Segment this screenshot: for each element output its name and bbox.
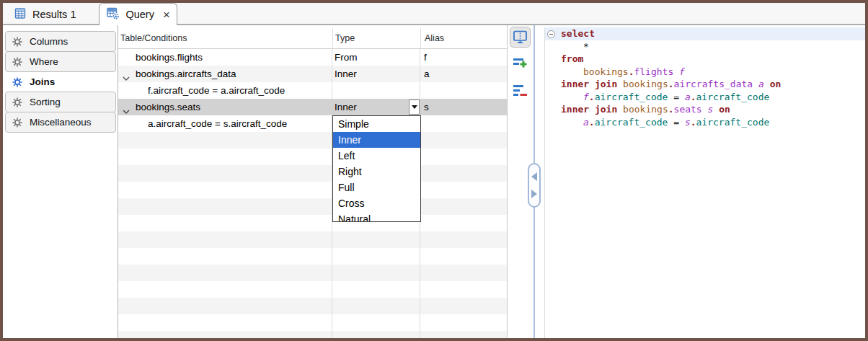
row-alias: s bbox=[424, 102, 429, 112]
sql-code-line: a.aircraft_code = s.aircraft_code bbox=[545, 116, 865, 129]
tab-results-1[interactable]: Results 1 bbox=[7, 3, 92, 25]
sql-token: aircraft_code bbox=[696, 117, 770, 128]
dropdown-arrow-icon bbox=[412, 105, 417, 109]
sql-code-line: * bbox=[545, 40, 865, 53]
sidebar-item-joins[interactable]: Joins bbox=[5, 71, 116, 92]
collapse-right-icon[interactable] bbox=[531, 190, 537, 198]
chevron-down-icon[interactable] bbox=[123, 72, 130, 83]
sql-token: . bbox=[589, 117, 595, 128]
sidebar-item-where[interactable]: Where bbox=[5, 51, 116, 72]
sql-code[interactable]: select*frombookings.flights finner join … bbox=[544, 27, 865, 338]
tab-label: Query bbox=[125, 9, 154, 20]
join-type-dropdown-list: Simple Inner Left Right Full Cross Natur… bbox=[332, 115, 421, 222]
sql-token: bookings bbox=[583, 66, 629, 77]
add-join-button[interactable] bbox=[510, 53, 531, 74]
sql-code-line: inner join bookings.seats s on bbox=[545, 103, 865, 116]
row-alias: f bbox=[424, 52, 427, 63]
table-row-condition[interactable]: f.aircraft_code = a.aircraft_code bbox=[118, 82, 507, 99]
sql-token bbox=[673, 66, 679, 77]
gear-icon bbox=[12, 36, 23, 48]
collapse-left-icon[interactable] bbox=[531, 172, 537, 181]
combo-dropdown-button[interactable] bbox=[409, 99, 420, 115]
sql-token: f bbox=[679, 66, 685, 77]
sql-token: select bbox=[561, 28, 595, 39]
sidebar-item-label: Miscellaneous bbox=[30, 117, 92, 128]
sql-token: . bbox=[691, 117, 696, 128]
sash-collapse-control[interactable] bbox=[528, 163, 541, 208]
panel-divider[interactable] bbox=[532, 25, 536, 338]
chevron-down-icon[interactable] bbox=[123, 105, 130, 116]
sql-token: . bbox=[668, 104, 674, 115]
sql-token: aircrafts_data bbox=[674, 79, 753, 89]
dropdown-option-right[interactable]: Right bbox=[333, 164, 420, 180]
dropdown-option-cross[interactable]: Cross bbox=[333, 195, 420, 211]
tab-query[interactable]: Query × bbox=[99, 3, 177, 25]
join-table-header: Table/Conditions Type Alias bbox=[118, 25, 507, 49]
sidebar: Columns Where Joins Sorting Miscellaneou… bbox=[3, 25, 118, 338]
sql-token: seats bbox=[674, 104, 702, 115]
table-row-selected[interactable]: bookings.seats Inner s bbox=[118, 99, 507, 115]
sql-token: bookings bbox=[623, 79, 668, 89]
dropdown-option-simple[interactable]: Simple bbox=[333, 116, 420, 132]
join-type-combo[interactable]: Inner bbox=[332, 99, 420, 115]
dropdown-option-left[interactable]: Left bbox=[333, 148, 420, 164]
dropdown-option-full[interactable]: Full bbox=[333, 180, 420, 195]
dropdown-option-inner[interactable]: Inner bbox=[333, 132, 420, 148]
close-icon[interactable]: × bbox=[163, 9, 170, 21]
sql-token: * bbox=[583, 41, 589, 52]
fold-collapse-icon[interactable] bbox=[547, 30, 555, 38]
table-row[interactable]: bookings.aircrafts_data Inner a bbox=[118, 66, 507, 82]
sql-token: a bbox=[583, 117, 589, 128]
sql-token: . bbox=[668, 79, 674, 89]
table-row[interactable]: bookings.flights From f bbox=[118, 49, 507, 66]
row-table-name: bookings.aircrafts_data bbox=[136, 68, 236, 79]
sql-token: = bbox=[668, 92, 684, 102]
row-join-condition: a.aircraft_code = s.aircraft_code bbox=[148, 118, 287, 129]
sidebar-item-label: Sorting bbox=[30, 97, 61, 107]
sql-code-line: select bbox=[545, 27, 865, 40]
sidebar-item-sorting[interactable]: Sorting bbox=[5, 92, 116, 112]
remove-join-icon bbox=[513, 83, 528, 98]
sql-token: f bbox=[583, 92, 589, 102]
gear-icon bbox=[12, 117, 23, 128]
row-table-name: bookings.flights bbox=[136, 52, 203, 63]
preview-panel-icon bbox=[513, 30, 528, 45]
row-join-type: Inner bbox=[335, 68, 357, 79]
combo-value: Inner bbox=[335, 102, 357, 112]
sidebar-item-label: Where bbox=[30, 56, 58, 67]
query-builder-icon bbox=[107, 7, 120, 22]
sql-token: from bbox=[561, 53, 583, 64]
tab-bar: Results 1 Query × bbox=[3, 3, 865, 25]
main-content: Columns Where Joins Sorting Miscellaneou… bbox=[3, 25, 865, 338]
sql-token: inner join bbox=[561, 104, 617, 115]
sql-token: inner join bbox=[561, 79, 617, 89]
sql-token bbox=[764, 79, 770, 89]
sidebar-item-columns[interactable]: Columns bbox=[5, 31, 116, 52]
sql-token bbox=[617, 79, 623, 89]
dropdown-option-natural[interactable]: Natural bbox=[333, 211, 420, 222]
sql-token: a bbox=[685, 92, 691, 102]
sidebar-item-label: Columns bbox=[30, 36, 68, 47]
gear-icon bbox=[12, 97, 23, 108]
sidebar-item-miscellaneous[interactable]: Miscellaneous bbox=[5, 112, 116, 133]
query-builder-window: Results 1 Query × Columns bbox=[0, 0, 868, 341]
join-table-body: bookings.flights From f bookings.aircraf… bbox=[118, 49, 507, 338]
sql-code-line: from bbox=[545, 53, 865, 66]
sql-preview-panel: select*frombookings.flights finner join … bbox=[536, 25, 865, 338]
column-header-type: Type bbox=[332, 28, 420, 48]
remove-join-button[interactable] bbox=[510, 80, 531, 101]
results-table-icon bbox=[14, 7, 27, 22]
column-header-alias: Alias bbox=[420, 28, 507, 48]
column-header-table-conditions: Table/Conditions bbox=[118, 33, 332, 43]
toggle-sql-preview-button[interactable] bbox=[510, 27, 531, 48]
gear-icon bbox=[12, 76, 23, 88]
sql-token: aircraft_code bbox=[595, 117, 668, 128]
join-table-panel: Table/Conditions Type Alias bookings.fli… bbox=[118, 25, 508, 338]
sql-token: flights bbox=[634, 66, 673, 77]
add-join-icon bbox=[513, 56, 528, 71]
sql-token: s bbox=[685, 117, 691, 128]
table-row-condition[interactable]: a.aircraft_code = s.aircraft_code bbox=[118, 115, 507, 132]
sql-token bbox=[713, 104, 719, 115]
sql-token: on bbox=[770, 79, 781, 89]
row-table-name: bookings.seats bbox=[136, 102, 200, 112]
